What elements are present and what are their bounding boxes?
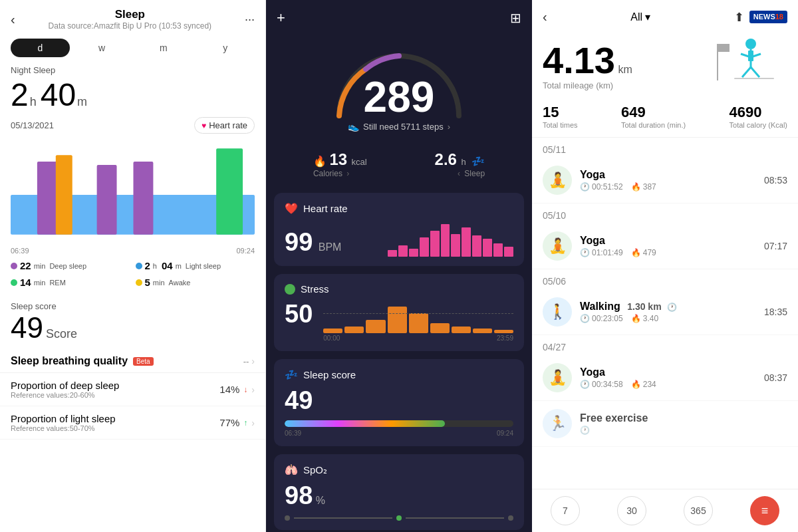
bnr-7-label: 7 [563, 505, 568, 516]
right-header-icons: ⬆ NEWS18 [734, 10, 787, 25]
yoga-time-detail-0427: 🕐 00:34:58 [580, 380, 623, 389]
tab-week[interactable]: w [72, 39, 132, 57]
yoga-info-0510: Yoga 🕐 01:01:49 🔥 479 [580, 235, 764, 257]
sleep-chart [11, 142, 255, 241]
mid-header: + ⊞ [266, 0, 532, 36]
stress-title: Stress [301, 283, 329, 295]
bnr-365-label: 365 [690, 505, 706, 516]
spo2-value-row: 98 % [285, 481, 513, 510]
all-filter-button[interactable]: All ▾ [630, 11, 650, 23]
more-icon[interactable]: ··· [245, 13, 255, 27]
svg-rect-4 [133, 162, 153, 235]
walk-time-detail: 🕐 00:23:05 [580, 314, 623, 323]
bnr-30[interactable]: 30 [617, 496, 646, 525]
heart-rate-icon: ❤️ [285, 202, 298, 215]
activity-yoga-0510[interactable]: 🧘 Yoga 🕐 01:01:49 🔥 479 07:17 [532, 223, 798, 269]
bnr-365[interactable]: 365 [684, 496, 713, 525]
light-sleep-value: 2 [145, 260, 150, 271]
stress-value: 50 [285, 300, 313, 329]
all-chevron-icon: ▾ [645, 11, 650, 23]
score-text: Score [46, 327, 77, 341]
sleep-date: 05/13/2021 [11, 120, 54, 130]
left-header: ‹ Sleep Data source:Amazfit Bip U Pro (1… [0, 0, 265, 33]
bnr-7[interactable]: 7 [551, 496, 580, 525]
date-row: 05/13/2021 ♥ Heart rate [0, 114, 265, 136]
yoga-time-0510: 01:01:49 [592, 248, 623, 257]
sleep-subtitle: Data source:Amazfit Bip U Pro (10:53 syn… [49, 21, 211, 31]
activity-yoga-0511[interactable]: 🧘 Yoga 🕐 00:51:52 🔥 387 08:53 [532, 158, 798, 203]
stress-card: Stress 50 00:00 23:59 [274, 274, 524, 351]
rem-unit: min [34, 279, 46, 287]
calories-card: 🔥 13 kcal Calories › [313, 150, 367, 178]
share-icon[interactable]: ⬆ [734, 10, 744, 25]
activity-yoga-0427[interactable]: 🧘 Yoga 🕐 00:34:58 🔥 234 08:37 [532, 355, 798, 401]
distance-value: 4.13 [543, 39, 615, 81]
dot-light-sleep [136, 263, 142, 269]
tab-day[interactable]: d [11, 39, 70, 57]
prop-ref-deep: Reference values:20-60% [11, 391, 119, 399]
sleep-score-section: Sleep score 49 Score [0, 293, 265, 347]
tab-year[interactable]: y [196, 39, 255, 57]
summary-stats-row: 15 Total times 649 Total duration (min.)… [532, 98, 798, 138]
steps-remaining-text: Still need 5711 steps [363, 122, 444, 132]
stress-content: 50 00:00 23:59 [285, 300, 513, 342]
bnr-menu[interactable]: ≡ [750, 496, 779, 525]
sleep-score-value: 49 Score [11, 311, 255, 344]
yoga-info-0511: Yoga 🕐 00:51:52 🔥 387 [580, 169, 764, 192]
sleep-chart-svg [11, 142, 255, 241]
walk-dist-icon: 🕐 [667, 303, 677, 312]
ss-header: 💤 Sleep score [285, 368, 513, 381]
mid-header-icons: ⊞ [510, 10, 521, 26]
chart-time-start: 06:39 [11, 247, 29, 255]
yoga-details-0511: 🕐 00:51:52 🔥 387 [580, 182, 764, 192]
walk-time: 00:23:05 [592, 314, 623, 323]
spo2-unit: % [316, 495, 325, 506]
flame-icon-3: 🔥 [631, 314, 641, 323]
clock-icon-2: 🕐 [580, 248, 590, 257]
stat-rem: 14 min REM [11, 277, 130, 288]
back-icon-right[interactable]: ‹ [543, 9, 547, 25]
activity-free-0427[interactable]: 🏃 Free exercise 🕐 [532, 401, 798, 447]
total-duration-stat: 649 Total duration (min.) [621, 104, 686, 129]
activity-walk-0506[interactable]: 🚶 Walking 1.30 km 🕐 🕐 00:23:05 🔥 3.40 18… [532, 289, 798, 335]
yoga-calory-0510: 479 [643, 248, 656, 257]
total-duration-lbl: Total duration (min.) [621, 121, 686, 129]
calories-chevron[interactable]: › [346, 169, 349, 178]
ss-bar-fill [285, 420, 445, 427]
runner-svg [701, 34, 787, 87]
back-icon[interactable]: ‹ [11, 12, 15, 27]
grid-icon[interactable]: ⊞ [510, 10, 521, 26]
prop-title-light: Proportion of light sleep [11, 413, 116, 424]
yoga-icon-0510: 🧘 [543, 231, 572, 261]
mid-plus-icon[interactable]: + [277, 9, 285, 27]
walk-name-row: Walking 1.30 km 🕐 [580, 301, 764, 313]
ss-title: Sleep score [303, 369, 356, 380]
bnr-circle-30[interactable]: 30 [617, 496, 646, 525]
bnr-circle-365[interactable]: 365 [684, 496, 713, 525]
sleep-score-card-mid: 💤 Sleep score 49 06:39 09:24 [274, 359, 524, 446]
spo2-dot-2 [508, 515, 513, 521]
svg-line-10 [742, 67, 751, 77]
sleep-duration: 2 h 40 m [0, 75, 265, 114]
yoga-name-0511: Yoga [580, 169, 764, 181]
rem-label: REM [49, 279, 65, 287]
prop-pct-deep: 14% [219, 384, 239, 395]
svg-rect-1 [37, 162, 57, 235]
dot-rem [11, 279, 17, 286]
heart-rate-button[interactable]: ♥ Heart rate [194, 117, 255, 134]
stress-header: Stress [285, 283, 513, 295]
chevron-right-icon-2[interactable]: › [251, 384, 255, 395]
bnr-circle-7[interactable]: 7 [551, 496, 580, 525]
walk-distance: 1.30 km [627, 301, 661, 312]
sleep-chevron[interactable]: ‹ [458, 169, 460, 178]
stress-time-row: 00:00 23:59 [323, 334, 513, 342]
light-sleep-m: m [176, 262, 182, 270]
hr-chart [388, 220, 513, 257]
tab-month[interactable]: m [134, 39, 194, 57]
ss-time-end: 09:24 [497, 430, 513, 437]
sleep-label-text: Sleep [464, 169, 485, 178]
yoga-time-detail-0510: 🕐 01:01:49 [580, 248, 623, 257]
bnr-menu-btn[interactable]: ≡ [750, 496, 779, 525]
chevron-right-icon-3[interactable]: › [251, 418, 255, 428]
chevron-right-icon[interactable]: › [251, 356, 255, 366]
